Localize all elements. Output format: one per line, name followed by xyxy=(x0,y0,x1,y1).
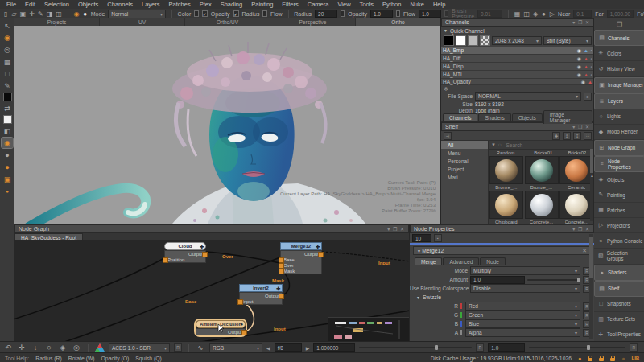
collapse-arrow-icon[interactable]: ▼ xyxy=(416,295,420,300)
menu-camera[interactable]: Camera xyxy=(308,1,329,8)
dock-item-python-console[interactable]: »Python Console xyxy=(594,233,644,249)
white-swatch[interactable] xyxy=(456,35,466,46)
menu-view[interactable]: View xyxy=(337,1,350,8)
checker-swatch[interactable] xyxy=(480,35,490,46)
add-pointer-icon[interactable]: ✛ xyxy=(29,10,35,18)
dock-item-projectors[interactable]: ▷Projectors xyxy=(594,218,644,233)
gamma-slider[interactable] xyxy=(529,347,625,348)
brush-tool-icon[interactable]: ✎ xyxy=(38,10,43,18)
tab-objects[interactable]: Objects xyxy=(512,113,543,121)
circle-select-icon[interactable]: ○ xyxy=(44,343,54,352)
panel-window-controls[interactable]: ▾ ❐ ✕ xyxy=(572,226,590,232)
clone-tool-icon[interactable]: ◨ xyxy=(47,10,53,18)
channel-row-ha-opacity[interactable]: HA_Opacity◉▲ xyxy=(441,79,594,85)
black-swatch[interactable] xyxy=(444,35,454,46)
paint-mode-dropdown[interactable]: Normal xyxy=(108,10,166,19)
dock-item-painting[interactable]: ✎Painting xyxy=(594,187,644,203)
bitdepth-dropdown[interactable]: 8bit (Byte) xyxy=(543,36,592,45)
bracket-tool-icon[interactable]: ▣ xyxy=(2,174,13,184)
merge-mask-port[interactable] xyxy=(279,269,284,274)
3d-viewport[interactable]: Projects UV Ortho/UV Perspective Ortho C… xyxy=(14,18,440,224)
opacity-checkbox[interactable] xyxy=(341,10,345,17)
pin-dot-icon[interactable]: ● xyxy=(2,186,13,196)
tab-projects[interactable]: Projects xyxy=(14,18,99,26)
marquee-select-icon[interactable]: □ xyxy=(2,68,13,79)
shelf-swatch-chipboard[interactable]: Chipboard xyxy=(489,191,524,224)
ao-output-port[interactable] xyxy=(242,330,247,335)
shelf-tree-personal[interactable]: Personal xyxy=(441,157,488,165)
collapse-tree-button[interactable]: ⊣ xyxy=(444,132,452,140)
dock-windows-icon[interactable]: ❐ xyxy=(617,21,622,28)
node-properties-scrollbar[interactable] xyxy=(589,234,593,339)
shelf-swatch-ceramic[interactable]: Ceramic xyxy=(559,156,594,190)
curve-graph-icon[interactable]: ∿ xyxy=(196,343,205,352)
expand-view-button[interactable]: ⛶ xyxy=(584,132,592,140)
gamma-reset-button[interactable]: R xyxy=(630,343,638,352)
symmetry-icon[interactable]: ◈ xyxy=(533,10,538,18)
channel-row-ha-disp[interactable]: HA_Disp◉▲▫ xyxy=(441,63,594,71)
lock-icon[interactable]: ▫ xyxy=(591,64,592,69)
lock-icon[interactable]: ▫ xyxy=(591,48,592,53)
menu-help[interactable]: Help xyxy=(433,1,445,8)
color-pair-icon[interactable]: ◧ xyxy=(2,125,13,136)
dock-item-node-properties[interactable]: ≡Node Properties xyxy=(594,156,644,172)
fstop-next-icon[interactable]: ▶ xyxy=(306,345,310,351)
collapse-arrow-icon[interactable]: ▼ xyxy=(444,28,448,33)
swizzle-a-dropdown[interactable]: Alpha xyxy=(465,328,580,337)
lock-icon[interactable]: ▫ xyxy=(591,56,592,61)
new-project-icon[interactable]: ▯ xyxy=(3,10,8,18)
dock-item-selection-groups[interactable]: ▧Selection Groups xyxy=(594,249,644,264)
drop-paint-icon[interactable]: ↓ xyxy=(31,343,40,352)
sphere-preview-icon[interactable]: ● xyxy=(541,10,546,18)
channel-row-ha-diff[interactable]: HA_Diff◉▲▫ xyxy=(441,55,594,63)
shelf-search-input[interactable] xyxy=(504,142,592,148)
opacity-field[interactable]: 1.0 xyxy=(370,10,393,18)
shelf-tree-menu[interactable]: Menu xyxy=(441,149,488,157)
dock-item-patches[interactable]: ▦Patches xyxy=(594,203,644,218)
shelf-swatch-concrete-2[interactable]: Concrete... xyxy=(559,191,594,224)
gain-slider[interactable] xyxy=(359,347,472,348)
projector-icon[interactable]: ◫ xyxy=(56,10,62,18)
dock-item-snapshots[interactable]: □Snapshots xyxy=(594,297,644,312)
dock-item-channels[interactable]: ▤Channels xyxy=(594,30,644,46)
menu-tools[interactable]: Tools xyxy=(360,1,374,8)
shelf-tree-project[interactable]: Project xyxy=(441,165,488,173)
tab-perspective[interactable]: Perspective xyxy=(270,18,355,26)
open-project-icon[interactable]: ▱ xyxy=(11,10,16,18)
menu-channels[interactable]: Channels xyxy=(107,1,133,8)
shelf-tree-all[interactable]: All xyxy=(441,141,488,149)
foreground-color-swatch[interactable] xyxy=(3,93,12,101)
node-graph-header[interactable]: Node Graph▾ ❐ ✕ xyxy=(14,224,409,233)
node-properties-header[interactable]: Node Properties▾ ❐ ✕ xyxy=(410,224,594,233)
channel-view-dropdown[interactable]: RGB xyxy=(209,343,262,352)
patches-tool-icon[interactable]: ▦ xyxy=(2,56,13,67)
dock-item-modo-render[interactable]: ◆Modo Render xyxy=(594,125,644,140)
flow-checkbox[interactable] xyxy=(396,10,400,17)
radius-field[interactable]: 20 xyxy=(315,10,337,18)
colorspace-reset-button[interactable]: R xyxy=(174,343,182,352)
color-checkbox[interactable] xyxy=(194,10,198,17)
lock-icon[interactable]: ▫ xyxy=(591,72,592,77)
dock-item-objects[interactable]: ◈Objects xyxy=(594,172,644,187)
flow-field[interactable]: 1.0 xyxy=(419,10,441,18)
dock-item-texture-sets[interactable]: ▥Texture Sets xyxy=(594,312,644,327)
save-project-icon[interactable]: ▣ xyxy=(20,10,27,18)
radius-jitter-checkbox[interactable] xyxy=(233,10,239,17)
gain-reset-button[interactable]: R xyxy=(476,343,484,352)
history-depth-field[interactable]: 10 xyxy=(412,234,431,242)
dock-item-history-view[interactable]: ↺History View xyxy=(594,61,644,76)
dock-item-node-graph[interactable]: ⊞Node Graph xyxy=(594,140,644,156)
panel-window-controls[interactable]: ▾ ❐ ✕ xyxy=(572,124,590,130)
shelf-swatch-bronze-1[interactable]: Bronze_... xyxy=(489,156,524,190)
shelf-tree-mari[interactable]: Mari xyxy=(441,173,488,181)
brush-tip-icon[interactable]: ● xyxy=(82,10,87,18)
menu-selection[interactable]: Selection xyxy=(44,1,69,8)
tab-ortho-uv[interactable]: Ortho/UV xyxy=(185,18,270,26)
blur-tool-icon[interactable]: ◎ xyxy=(2,44,13,55)
tab-advanced[interactable]: Advanced xyxy=(443,257,479,265)
channel-row-ha-mtl[interactable]: HA_MTL◉▲▫ xyxy=(441,71,594,79)
colorspace-dropdown[interactable]: ACES 1.0 - SDR xyxy=(109,343,170,352)
swizzle-b-dropdown[interactable]: Blue xyxy=(465,319,580,328)
fstop-field[interactable]: f/8 xyxy=(275,343,302,352)
panel-window-controls[interactable]: ▾ ❐ ✕ xyxy=(387,226,405,232)
